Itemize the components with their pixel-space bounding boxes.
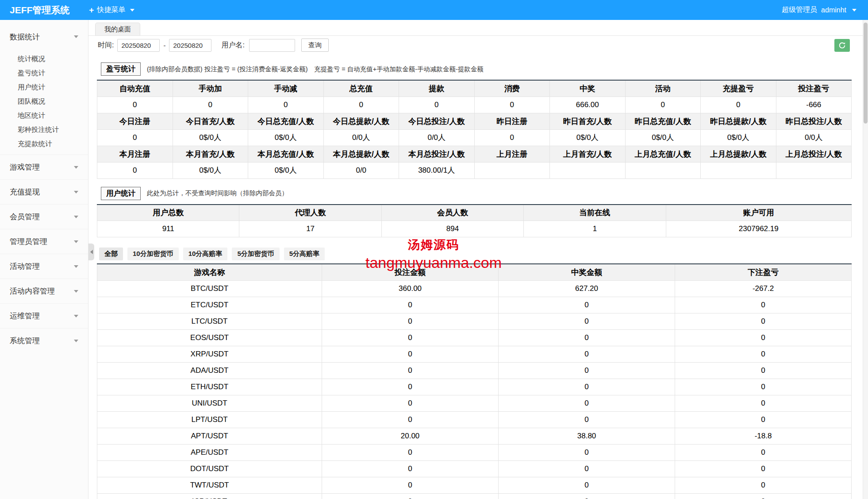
cell-value: 2307962.19 (666, 221, 851, 237)
game-filter-tab[interactable]: 5分高赔率 (284, 248, 325, 260)
column-header: 本月总充值/人数 (248, 146, 324, 162)
cell-value: 0$/0人 (550, 129, 626, 146)
cell-value: 0 (499, 395, 675, 411)
date-from-input[interactable] (117, 39, 160, 52)
cell-value: 0 (322, 329, 499, 346)
sidebar-section-label: 数据统计 (10, 32, 40, 42)
cell-value: 0 (675, 346, 852, 362)
chevron-down-icon (74, 216, 78, 218)
sidebar-item-lottery-bet-stats[interactable]: 彩种投注统计 (0, 123, 88, 137)
sidebar-section-label: 会员管理 (10, 212, 40, 222)
date-to-input[interactable] (169, 39, 211, 52)
chevron-down-icon (74, 265, 78, 268)
cell-value: 666.00 (550, 97, 626, 113)
cell-value: 0 (499, 362, 675, 379)
cell-value: 1 (524, 221, 666, 237)
sidebar-section-deposit-withdraw[interactable]: 充值提现 (0, 179, 88, 204)
topbar: JEFF管理系统 + 快捷菜单 超级管理员 adminht (0, 0, 868, 20)
sidebar-item-team-overview[interactable]: 团队概况 (0, 94, 88, 108)
cell-value: 0 (322, 493, 499, 499)
app-logo[interactable]: JEFF管理系统 (0, 4, 79, 16)
sidebar-section-activity-management[interactable]: 活动管理 (0, 254, 88, 279)
column-header: 中奖金额 (499, 264, 675, 280)
sidebar-collapse-handle[interactable] (88, 244, 94, 260)
column-header: 投注金额 (322, 264, 499, 280)
cell-value: 0$/0人 (248, 162, 324, 178)
sidebar-section-member-management[interactable]: 会员管理 (0, 204, 88, 229)
column-header: 上月总提款/人数 (701, 146, 776, 162)
sidebar-section-activity-content-management[interactable]: 活动内容管理 (0, 279, 88, 303)
cell-value: 0 (675, 460, 852, 477)
game-filter-tab[interactable]: 5分加密货币 (232, 248, 279, 260)
cell-value: LTC/USDT (97, 313, 322, 329)
cell-value: 0$/0人 (173, 162, 248, 178)
sidebar-item-stats-overview[interactable]: 统计概况 (0, 52, 88, 66)
table-row: 000000666.0000-666 (97, 97, 852, 113)
user-stats-table: 用户总数代理人数会员人数当前在线账户可用9111789412307962.19 (97, 204, 852, 238)
sidebar-section-game-management[interactable]: 游戏管理 (0, 155, 88, 179)
search-button[interactable]: 查询 (301, 39, 329, 52)
cell-value: 0 (474, 97, 550, 113)
sidebar-item-user-stats[interactable]: 用户统计 (0, 80, 88, 94)
table-row: TWT/USDT000 (97, 477, 852, 493)
vertical-scrollbar[interactable] (863, 20, 868, 499)
column-header: 昨日总投注/人数 (776, 113, 852, 129)
sidebar-section-data-statistics[interactable]: 数据统计 (0, 24, 88, 49)
cell-value (550, 162, 626, 178)
cell-value: 0 (322, 444, 499, 460)
table-row: 自动充值手动加手动减总充值提款消费中奖活动充提盈亏投注盈亏 (97, 80, 852, 97)
profit-section-title: 盈亏统计 (101, 62, 141, 76)
cell-value: 894 (381, 221, 523, 237)
chevron-down-icon (852, 9, 856, 12)
tab-my-desktop[interactable]: 我的桌面 (95, 23, 140, 35)
sidebar-section-label: 充值提现 (10, 187, 40, 197)
date-separator: - (163, 42, 165, 49)
sidebar-section-label: 运维管理 (10, 311, 40, 321)
game-filter-tab[interactable]: 全部 (99, 248, 123, 260)
cell-value: 17 (239, 221, 381, 237)
cell-value: 0 (675, 444, 852, 460)
table-row: BTC/USDT360.00627.20-267.2 (97, 280, 852, 297)
cell-value: 0$/0人 (701, 129, 776, 146)
table-row: 今日注册今日首充/人数今日总充值/人数今日总提款/人数今日总投注/人数昨日注册昨… (97, 113, 852, 129)
sidebar-section-ops-management[interactable]: 运维管理 (0, 303, 88, 328)
cell-value: APE/USDT (97, 444, 322, 460)
cell-value: 0 (499, 379, 675, 395)
cell-value: ICP/USDT (97, 493, 322, 499)
cell-value: 0 (625, 97, 701, 113)
user-menu[interactable]: 超级管理员 adminht (770, 0, 868, 20)
table-row: ETC/USDT000 (97, 297, 852, 313)
cell-value: ETC/USDT (97, 297, 322, 313)
game-filter-tab[interactable]: 10分高赔率 (183, 248, 228, 260)
column-header: 今日总提款/人数 (323, 113, 399, 129)
cell-value: 0/0人 (399, 129, 475, 146)
cell-value: 0 (499, 477, 675, 493)
column-header: 昨日首充/人数 (550, 113, 626, 129)
cell-value: 0 (499, 297, 675, 313)
scrollbar-thumb[interactable] (864, 23, 868, 124)
username-input[interactable] (249, 39, 295, 52)
cell-value: 0 (499, 313, 675, 329)
column-header: 消费 (474, 80, 550, 97)
sidebar-item-deposit-withdraw-stats[interactable]: 充提款统计 (0, 137, 88, 151)
sidebar-item-region-stats[interactable]: 地区统计 (0, 108, 88, 123)
quick-menu-button[interactable]: + 快捷菜单 (83, 0, 141, 20)
sidebar-section-system-management[interactable]: 系统管理 (0, 328, 88, 353)
filter-bar: 时间: - 用户名: 查询 (88, 36, 863, 54)
cell-value: -267.2 (675, 280, 852, 297)
game-filter-tab[interactable]: 10分加密货币 (127, 248, 179, 260)
table-row: LPT/USDT000 (97, 411, 852, 428)
sidebar-section-label: 系统管理 (10, 336, 40, 346)
refresh-button[interactable] (834, 39, 850, 52)
sidebar-item-profit-stats[interactable]: 盈亏统计 (0, 66, 88, 80)
column-header: 充提盈亏 (701, 80, 776, 97)
cell-value: DOT/USDT (97, 460, 322, 477)
cell-value: 20.00 (322, 428, 499, 444)
sidebar-section-admin-management[interactable]: 管理员管理 (0, 229, 88, 254)
cell-value: 360.00 (322, 280, 499, 297)
cell-value: 0 (675, 329, 852, 346)
column-header: 上月总充值/人数 (625, 146, 701, 162)
cell-value: 0 (499, 346, 675, 362)
refresh-icon (838, 42, 846, 49)
user-section-title: 用户统计 (101, 187, 141, 200)
